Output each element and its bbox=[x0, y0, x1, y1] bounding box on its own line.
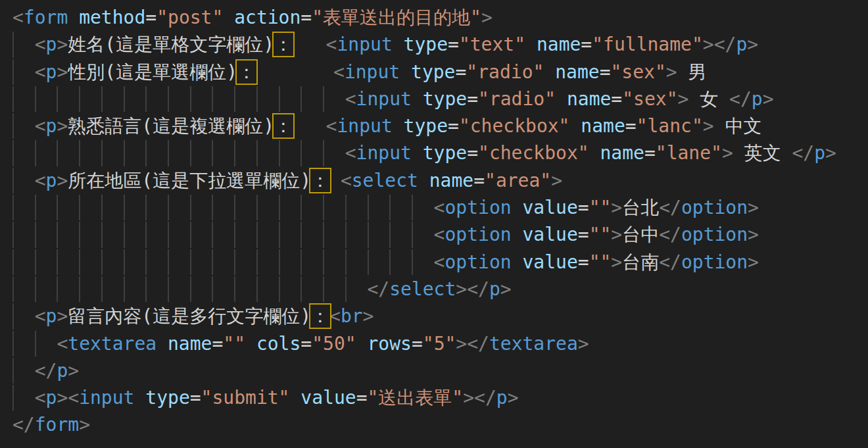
code-token: > bbox=[703, 34, 714, 55]
code-token bbox=[256, 61, 333, 83]
code-token: p bbox=[736, 34, 747, 55]
code-line[interactable]: <input type="checkbox" name="lane"> 英文 <… bbox=[12, 139, 868, 166]
code-line[interactable]: </p> bbox=[12, 357, 868, 384]
code-token: 女 bbox=[688, 88, 729, 110]
code-token: < bbox=[57, 333, 68, 355]
code-token: > bbox=[57, 170, 68, 191]
code-token bbox=[512, 251, 523, 273]
code-token: type bbox=[404, 115, 448, 137]
code-token: "表單送出的目的地" bbox=[312, 7, 481, 28]
code-token: < bbox=[345, 88, 356, 110]
code-token: "lanc" bbox=[637, 115, 703, 137]
code-token: method bbox=[79, 7, 145, 28]
code-token: name bbox=[168, 333, 212, 355]
code-token: < bbox=[345, 142, 356, 164]
code-token: input bbox=[337, 115, 392, 137]
code-token: name bbox=[555, 61, 599, 83]
code-token bbox=[544, 61, 555, 83]
code-line[interactable]: <p>姓名(這是單格文字欄位)： <input type="text" name… bbox=[12, 31, 868, 58]
code-line[interactable]: <option value="">台北</option> bbox=[12, 194, 868, 221]
code-token: rows bbox=[367, 333, 411, 355]
code-token: = bbox=[301, 333, 312, 355]
code-token: p bbox=[46, 34, 57, 55]
code-token: = bbox=[625, 115, 637, 137]
code-token bbox=[293, 115, 326, 137]
code-token bbox=[12, 170, 35, 191]
code-token: p bbox=[46, 170, 57, 191]
code-token: > bbox=[722, 142, 733, 164]
code-token: option bbox=[681, 224, 748, 245]
code-token: > bbox=[748, 251, 759, 273]
code-token: < bbox=[35, 61, 46, 83]
code-token: > bbox=[551, 170, 562, 191]
code-token bbox=[12, 197, 434, 218]
code-line[interactable]: <p>性別(這是單選欄位)： <input type="radio" name=… bbox=[12, 59, 868, 86]
code-token bbox=[12, 142, 345, 164]
code-token: "text" bbox=[459, 34, 525, 55]
code-token: select bbox=[352, 170, 418, 191]
code-token bbox=[68, 7, 79, 28]
code-token: > bbox=[611, 251, 622, 273]
code-token: option bbox=[445, 197, 511, 218]
code-line[interactable]: <option value="">台中</option> bbox=[12, 221, 868, 248]
code-token: > bbox=[748, 197, 759, 218]
code-token: p bbox=[57, 360, 68, 382]
code-token bbox=[393, 115, 404, 137]
code-line[interactable]: <p>所在地區(這是下拉選單欄位)： <select name="area"> bbox=[12, 167, 868, 194]
code-token: p bbox=[752, 88, 763, 110]
code-token: textarea bbox=[489, 333, 578, 355]
code-token bbox=[12, 333, 57, 355]
code-token bbox=[556, 88, 567, 110]
code-line[interactable]: <textarea name="" cols="50" rows="5"></t… bbox=[12, 330, 868, 357]
code-token: = bbox=[611, 88, 622, 110]
code-token: input bbox=[356, 142, 412, 164]
code-token: name bbox=[581, 115, 625, 137]
code-token: = bbox=[455, 61, 466, 83]
code-token: = bbox=[356, 387, 368, 409]
code-line[interactable]: </select></p> bbox=[12, 276, 868, 303]
code-token: > bbox=[611, 224, 622, 245]
code-token bbox=[12, 360, 35, 382]
code-token: "post" bbox=[157, 7, 223, 28]
code-token: 台中 bbox=[622, 224, 659, 245]
code-token: p bbox=[814, 142, 825, 164]
code-token: "" bbox=[223, 333, 245, 355]
code-token: < bbox=[35, 305, 46, 327]
code-line[interactable]: </form> bbox=[12, 411, 868, 438]
code-token: "lane" bbox=[656, 142, 722, 164]
code-token: < bbox=[35, 387, 46, 409]
unicode-highlight-box: ： bbox=[274, 34, 293, 55]
code-line[interactable]: <p><input type="submit" value="送出表單"></p… bbox=[12, 384, 868, 411]
code-token: input bbox=[337, 34, 392, 55]
code-token: = bbox=[412, 333, 423, 355]
code-line[interactable]: <p>留言內容(這是多行文字欄位)：<br> bbox=[12, 303, 868, 330]
code-token: form bbox=[24, 7, 68, 28]
code-token: < bbox=[333, 61, 345, 83]
code-token: < bbox=[35, 115, 46, 137]
code-token: = bbox=[581, 34, 592, 55]
code-line[interactable]: <option value="">台南</option> bbox=[12, 249, 868, 276]
code-token bbox=[356, 333, 368, 355]
code-token: = bbox=[578, 251, 589, 273]
code-line[interactable]: <p>熟悉語言(這是複選欄位)： <input type="checkbox" … bbox=[12, 112, 868, 139]
code-token: > bbox=[825, 142, 836, 164]
code-token: "submit" bbox=[201, 387, 290, 409]
code-token: = bbox=[145, 7, 157, 28]
code-token: > bbox=[456, 333, 467, 355]
code-token: > bbox=[747, 34, 758, 55]
code-token: </ bbox=[659, 251, 681, 273]
code-token bbox=[512, 197, 523, 218]
unicode-highlight-box: ： bbox=[311, 305, 329, 327]
code-token: type bbox=[423, 142, 467, 164]
code-token: = bbox=[448, 115, 459, 137]
code-token: < bbox=[68, 387, 79, 409]
code-token: form bbox=[35, 414, 79, 436]
code-line[interactable]: <form method="post" action="表單送出的目的地"> bbox=[12, 4, 868, 31]
code-token: </ bbox=[729, 88, 752, 110]
code-token: option bbox=[681, 197, 748, 218]
code-token: "radio" bbox=[478, 88, 556, 110]
code-line[interactable]: <input type="radio" name="sex"> 女 </p> bbox=[12, 86, 868, 112]
code-token: < bbox=[326, 34, 337, 55]
code-token: "送出表單" bbox=[367, 387, 463, 409]
code-editor[interactable]: <form method="post" action="表單送出的目的地"> <… bbox=[0, 0, 868, 448]
